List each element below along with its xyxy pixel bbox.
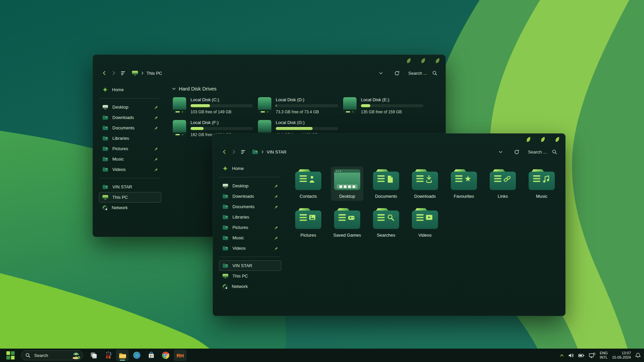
maximize-leaf-button[interactable]: [420, 58, 426, 64]
search-box[interactable]: Search ...: [528, 149, 557, 155]
navigation-bar: This PC Search ...: [93, 66, 445, 80]
taskbar-search[interactable]: Search: [21, 350, 83, 360]
sidebar-label: VIN STAR: [112, 184, 132, 189]
monitor-mini-icon: [222, 274, 228, 279]
nav-back-button[interactable]: [220, 147, 229, 157]
display-connect-button[interactable]: [589, 353, 595, 358]
sidebar-item-home[interactable]: Home: [219, 163, 281, 174]
address-dropdown-button[interactable]: [496, 147, 505, 157]
recent-locations-icon[interactable]: [238, 147, 248, 157]
sidebar-item-videos[interactable]: Videos: [99, 164, 161, 175]
breadcrumb[interactable]: This PC: [132, 70, 162, 76]
hard-drive-icon: [257, 97, 272, 114]
sidebar-label: Libraries: [112, 136, 129, 141]
sidebar-item-pictures[interactable]: Pictures: [99, 143, 161, 154]
minimize-leaf-button[interactable]: [406, 58, 411, 64]
folder-tile-contacts[interactable]: Contacts: [292, 167, 324, 201]
drive-d-tile[interactable]: Local Disk (D:) 73.3 GB free of 73.4 GB: [257, 97, 342, 114]
sidebar-item-network[interactable]: Network: [219, 281, 281, 292]
close-leaf-button[interactable]: [554, 136, 560, 143]
folder-mini-icon: [102, 167, 108, 172]
folder-label: Pictures: [301, 233, 316, 238]
language-indicator[interactable]: ENG INTL: [600, 351, 608, 360]
folder-tile-desktop[interactable]: Desktop: [331, 167, 363, 201]
refresh-button[interactable]: [392, 68, 401, 78]
sidebar-item-network[interactable]: Network: [99, 202, 161, 213]
folder-tile-videos[interactable]: Videos: [409, 205, 441, 240]
folder-label: Downloads: [414, 194, 436, 199]
nav-back-button[interactable]: [100, 68, 109, 78]
drive-name: Local Disk (E:): [361, 97, 423, 102]
collapse-chevron-icon[interactable]: [172, 87, 176, 90]
notifications-button[interactable]: [635, 353, 641, 358]
home-sparkle-icon: [222, 166, 228, 171]
folder-tile-documents[interactable]: Documents: [370, 167, 402, 201]
sidebar-item-libraries[interactable]: Libraries: [219, 212, 281, 222]
search-box[interactable]: Search ...: [408, 71, 437, 76]
sidebar-item-this-pc[interactable]: This PC: [99, 192, 161, 202]
address-dropdown-button[interactable]: [376, 68, 385, 78]
sidebar-label: Home: [232, 166, 244, 171]
paint-brushes-app-button[interactable]: [102, 350, 114, 361]
folder-mini-icon: [222, 246, 228, 251]
volume-button[interactable]: [568, 353, 574, 358]
sidebar-item-vin-star[interactable]: VIN STAR: [99, 182, 161, 192]
refresh-button[interactable]: [512, 147, 521, 157]
maximize-leaf-button[interactable]: [540, 136, 545, 143]
drive-c-tile[interactable]: Local Disk (C:) 103 GB free of 149 GB: [172, 97, 257, 114]
folder-mini-icon: [102, 157, 108, 162]
navigation-bar: VIN STAR Search ...: [213, 145, 565, 159]
folder-tile-downloads[interactable]: Downloads: [409, 167, 441, 201]
folder-icon: [334, 208, 360, 229]
sidebar-label: Videos: [112, 167, 126, 172]
folder-tile-saved-games[interactable]: Saved Games: [331, 205, 363, 240]
close-leaf-button[interactable]: [435, 58, 440, 64]
folder-tile-pictures[interactable]: Pictures: [292, 205, 324, 240]
hidden-icons-chevron[interactable]: [560, 354, 564, 357]
sidebar-item-downloads[interactable]: Downloads: [99, 112, 161, 123]
star-glyph: [465, 176, 471, 182]
sidebar-item-videos[interactable]: Videos: [219, 243, 281, 253]
sidebar-item-music[interactable]: Music: [99, 154, 161, 164]
folder-tile-favourites[interactable]: Favourites: [448, 167, 480, 201]
recent-locations-icon[interactable]: [118, 68, 128, 78]
google-chrome-button[interactable]: [159, 350, 172, 361]
microsoft-edge-button[interactable]: [130, 350, 143, 361]
folder-tile-links[interactable]: Links: [487, 167, 519, 201]
minimize-leaf-button[interactable]: [526, 136, 531, 143]
drive-capacity-bar: [191, 127, 253, 130]
sidebar-item-documents[interactable]: Documents: [219, 201, 281, 212]
breadcrumb-location: This PC: [147, 71, 162, 76]
folder-label: Documents: [375, 194, 397, 199]
file-list-area: Contacts Desktop Documents: [283, 159, 565, 316]
folder-mini-icon: [222, 225, 228, 230]
sidebar-item-downloads[interactable]: Downloads: [219, 191, 281, 201]
nav-forward-button[interactable]: [229, 147, 238, 157]
sidebar-item-vin-star[interactable]: VIN STAR: [219, 260, 281, 271]
rh-app-button[interactable]: RH: [174, 350, 186, 361]
battery-icon: [578, 353, 585, 358]
folder-tile-music[interactable]: Music: [526, 167, 558, 201]
clock[interactable]: 13:07 15-05-2024: [612, 351, 631, 360]
sidebar-item-this-pc[interactable]: This PC: [219, 271, 281, 281]
language-region: INTL: [600, 355, 608, 360]
sidebar-item-libraries[interactable]: Libraries: [99, 133, 161, 143]
start-button[interactable]: [4, 350, 17, 361]
drive-e-tile[interactable]: Local Disk (E:) 135 GB free of 159 GB: [342, 97, 428, 114]
microsoft-store-button[interactable]: [145, 350, 158, 361]
file-explorer-button[interactable]: [116, 350, 129, 361]
sidebar-item-documents[interactable]: Documents: [99, 123, 161, 133]
sidebar-item-music[interactable]: Music: [219, 233, 281, 243]
sidebar-item-home[interactable]: Home: [99, 84, 161, 95]
battery-button[interactable]: [578, 353, 585, 358]
pin-icon: [274, 236, 278, 240]
sidebar-item-pictures[interactable]: Pictures: [219, 222, 281, 233]
nav-forward-button[interactable]: [109, 68, 118, 78]
sidebar-item-desktop[interactable]: Desktop: [99, 102, 161, 112]
task-view-button[interactable]: [87, 350, 100, 361]
sidebar-item-desktop[interactable]: Desktop: [219, 181, 281, 191]
breadcrumb[interactable]: VIN STAR: [252, 149, 286, 155]
drive-free-space: 73.3 GB free of 73.4 GB: [276, 110, 338, 114]
folder-tile-searches[interactable]: Searches: [370, 205, 402, 240]
image-glyph: [309, 215, 315, 220]
